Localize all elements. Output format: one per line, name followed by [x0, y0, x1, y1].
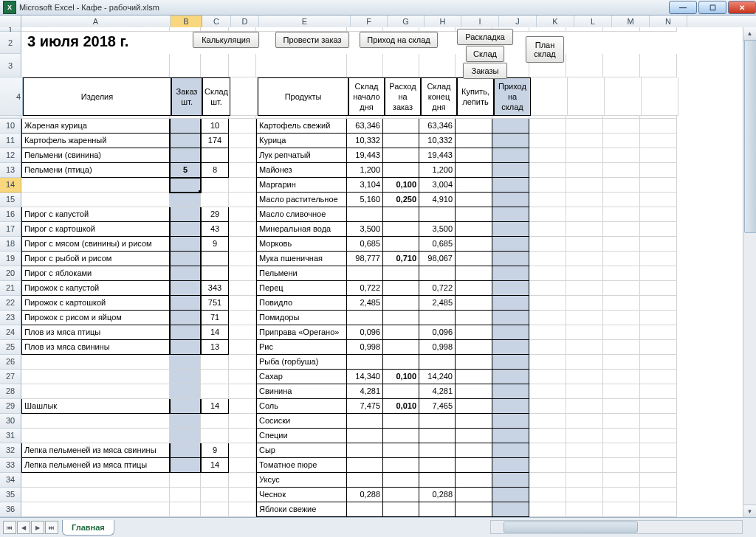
stock-start[interactable]: 2,485	[347, 296, 383, 311]
consume[interactable]	[383, 384, 419, 399]
product-name[interactable]: Рыба (горбуша)	[256, 355, 347, 370]
buy[interactable]	[456, 163, 492, 178]
stock-end[interactable]	[419, 311, 456, 325]
stock-start[interactable]: 4,281	[347, 384, 383, 399]
cell[interactable]	[640, 458, 677, 473]
stock-end[interactable]	[419, 502, 456, 517]
order-qty[interactable]	[170, 340, 201, 355]
cell[interactable]	[529, 399, 566, 414]
order-qty[interactable]	[170, 296, 201, 311]
cell[interactable]	[603, 458, 640, 473]
row-header[interactable]: 19	[0, 252, 21, 266]
plan-stock-button[interactable]: План склад	[526, 36, 564, 63]
stock-end[interactable]	[419, 207, 456, 222]
stock-end[interactable]	[419, 473, 456, 488]
cell[interactable]	[603, 429, 640, 443]
stock-qty[interactable]: 29	[201, 207, 229, 222]
cell[interactable]	[529, 443, 566, 458]
product-name[interactable]: Яблоки свежие	[256, 502, 347, 517]
arrival[interactable]	[492, 370, 529, 384]
buy[interactable]	[456, 325, 492, 340]
first-sheet-icon[interactable]: ⏮	[3, 521, 16, 534]
arrival[interactable]	[492, 355, 529, 370]
stock-start[interactable]: 3,104	[347, 178, 383, 193]
buy[interactable]	[456, 502, 492, 517]
cell[interactable]	[229, 443, 256, 458]
cell[interactable]	[229, 414, 256, 429]
consume[interactable]	[383, 473, 419, 488]
product-name[interactable]: Минеральная вода	[256, 222, 347, 237]
product-name[interactable]: Свинина	[256, 384, 347, 399]
cell[interactable]	[229, 193, 256, 207]
stock-start[interactable]: 5,160	[347, 193, 383, 207]
item-name[interactable]	[21, 355, 170, 370]
item-name[interactable]: Плов из мяса птицы	[21, 325, 170, 340]
cell[interactable]	[640, 502, 677, 517]
cell[interactable]	[603, 384, 640, 399]
stock-start[interactable]	[347, 355, 383, 370]
arrival[interactable]	[492, 340, 529, 355]
cell[interactable]	[566, 266, 603, 281]
item-name[interactable]: Пельмени (свинина)	[21, 148, 170, 163]
order-qty[interactable]: 5	[170, 163, 201, 178]
product-name[interactable]: Чеснок	[256, 488, 347, 502]
product-name[interactable]: Приправа «Орегано»	[256, 325, 347, 340]
cell[interactable]	[566, 134, 603, 148]
stock-end[interactable]	[419, 414, 456, 429]
cell[interactable]	[229, 399, 256, 414]
cell[interactable]	[640, 32, 677, 54]
order-qty[interactable]	[170, 119, 201, 134]
cell[interactable]	[21, 54, 170, 77]
cell[interactable]	[529, 252, 566, 266]
consume[interactable]	[383, 340, 419, 355]
cell[interactable]	[566, 119, 603, 134]
order-qty[interactable]	[170, 355, 201, 370]
buy[interactable]	[456, 429, 492, 443]
cell[interactable]	[229, 266, 256, 281]
item-name[interactable]: Лепка пельменей из мяса свинины	[21, 443, 170, 458]
cell[interactable]	[640, 222, 677, 237]
col-header[interactable]: K	[537, 15, 574, 28]
cell[interactable]	[603, 134, 640, 148]
cell[interactable]	[640, 296, 677, 311]
consume[interactable]	[383, 414, 419, 429]
buy[interactable]	[456, 488, 492, 502]
buy[interactable]	[456, 399, 492, 414]
consume[interactable]: 0,100	[383, 178, 419, 193]
stock-end[interactable]: 2,485	[419, 296, 456, 311]
row-header[interactable]: 17	[0, 222, 21, 237]
cell[interactable]	[229, 502, 256, 517]
order-qty[interactable]	[170, 266, 201, 281]
stock-start[interactable]	[347, 443, 383, 458]
cell[interactable]	[603, 266, 640, 281]
cell[interactable]	[566, 429, 603, 443]
item-name[interactable]: Пирог с мясом (свинины) и рисом	[21, 237, 170, 252]
cell[interactable]	[529, 488, 566, 502]
cell[interactable]	[566, 340, 603, 355]
cell[interactable]	[529, 281, 566, 296]
horizontal-scrollbar[interactable]	[490, 520, 743, 534]
row-header[interactable]: 4	[0, 77, 23, 116]
stock-end[interactable]: 63,346	[419, 119, 456, 134]
item-name[interactable]: Пельмени (птица)	[21, 163, 170, 178]
cell[interactable]	[566, 32, 603, 54]
product-name[interactable]: Пельмени	[256, 266, 347, 281]
cell[interactable]	[640, 384, 677, 399]
row-header[interactable]: 34	[0, 473, 21, 488]
stock-end[interactable]	[419, 355, 456, 370]
cell[interactable]	[640, 414, 677, 429]
cell[interactable]	[229, 311, 256, 325]
cell[interactable]	[603, 473, 640, 488]
cell[interactable]	[640, 443, 677, 458]
item-name[interactable]: Жареная курица	[21, 119, 170, 134]
cell[interactable]	[603, 311, 640, 325]
cell[interactable]	[603, 237, 640, 252]
stock-start[interactable]	[347, 207, 383, 222]
scroll-thumb[interactable]	[744, 40, 756, 233]
row-header[interactable]: 16	[0, 207, 21, 222]
cell[interactable]	[529, 178, 566, 193]
cell[interactable]	[229, 148, 256, 163]
stock-end[interactable]: 14,240	[419, 370, 456, 384]
cell[interactable]	[170, 473, 201, 488]
cell[interactable]	[603, 414, 640, 429]
